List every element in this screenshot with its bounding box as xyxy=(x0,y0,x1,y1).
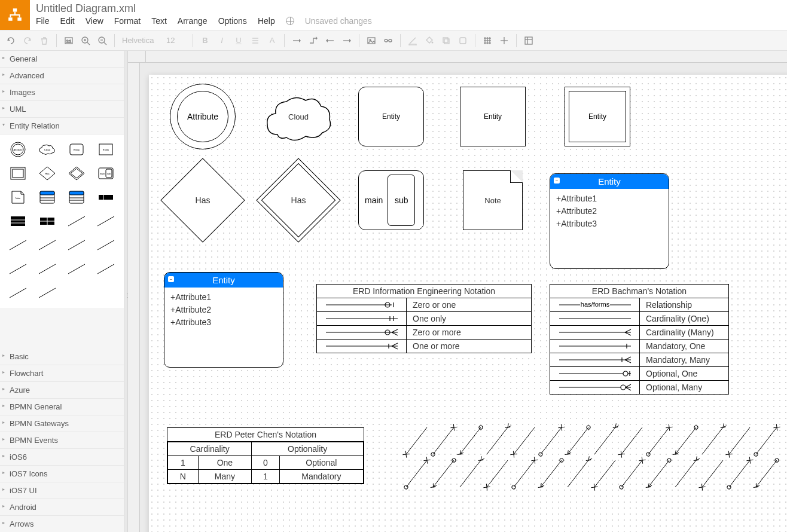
palette-general[interactable]: General xyxy=(0,51,124,68)
palette-ios6[interactable]: iOS6 xyxy=(0,449,124,466)
connection-button[interactable] xyxy=(289,33,304,48)
menu-help[interactable]: Help xyxy=(258,16,275,26)
layout-button[interactable] xyxy=(521,33,536,48)
palette-conn-12-icon[interactable] xyxy=(34,283,60,303)
shape-entity-table-1[interactable]: −Entity +Attribute1 +Attribute2 +Attribu… xyxy=(550,173,669,269)
palette-arrows[interactable]: Arrows xyxy=(0,516,124,532)
palette-cloud-icon[interactable]: Cloud xyxy=(34,139,60,160)
menu-format[interactable]: Format xyxy=(114,16,141,26)
shadow-button[interactable] xyxy=(439,33,453,48)
menu-arrange[interactable]: Arrange xyxy=(178,16,208,26)
menu-edit[interactable]: Edit xyxy=(60,16,75,26)
palette-conn-2-icon[interactable] xyxy=(93,211,119,231)
palette-conn-10-icon[interactable] xyxy=(93,259,119,279)
undo-button[interactable] xyxy=(4,33,18,48)
palette-bpmn-gateways[interactable]: BPMN Gateways xyxy=(0,415,124,432)
app-logo[interactable] xyxy=(0,0,30,30)
image-button[interactable] xyxy=(364,33,379,48)
palette-table-black-icon[interactable] xyxy=(5,211,30,231)
palette-azure[interactable]: Azure xyxy=(0,382,124,399)
redo-button[interactable] xyxy=(20,33,35,48)
font-color-button[interactable]: A xyxy=(265,33,279,48)
svg-rect-23 xyxy=(409,44,416,45)
font-size-input[interactable]: 12 xyxy=(164,35,188,46)
palette-entity-rounded-icon[interactable]: Entity xyxy=(64,139,90,160)
palette-note-icon[interactable]: Note xyxy=(5,187,30,207)
erd-chen-table[interactable]: ERD Peter Chen's Notation CardinalityOpt… xyxy=(167,427,364,484)
menu-view[interactable]: View xyxy=(86,16,103,26)
palette-basic[interactable]: Basic xyxy=(0,348,124,365)
palette-table-split-icon[interactable] xyxy=(34,211,60,231)
language-icon[interactable] xyxy=(286,17,294,25)
palette-conn-11-icon[interactable] xyxy=(5,283,30,303)
palette-conn-8-icon[interactable] xyxy=(34,259,60,279)
palette-entity-table-blue-icon[interactable] xyxy=(34,187,60,207)
palette-uml[interactable]: UML xyxy=(0,101,124,118)
bold-button[interactable]: B xyxy=(198,33,212,48)
palette-has-double-icon[interactable] xyxy=(64,163,90,184)
palette-ios7-icons[interactable]: iOS7 Icons xyxy=(0,466,124,482)
shape-entity-table-2[interactable]: −Entity +Attribute1 +Attribute2 +Attribu… xyxy=(164,272,283,368)
zoom-out-button[interactable] xyxy=(95,33,109,48)
palette-android[interactable]: Android xyxy=(0,499,124,516)
erd-ie-table[interactable]: ERD Information Engineering Notation Zer… xyxy=(316,284,532,353)
italic-button[interactable]: I xyxy=(215,33,229,48)
page[interactable]: Attribute Cloud Entity Entity Entity Has… xyxy=(149,75,787,532)
fill-color-button[interactable] xyxy=(422,33,437,48)
menu-options[interactable]: Options xyxy=(218,16,247,26)
palette-flowchart[interactable]: Flowchart xyxy=(0,365,124,382)
palette-has-icon[interactable]: Has xyxy=(34,163,60,184)
underline-button[interactable]: U xyxy=(231,33,246,48)
shape-mainsub[interactable]: main sub xyxy=(358,170,424,230)
shape-note[interactable]: Note xyxy=(463,170,523,230)
shape-has-double[interactable]: Has xyxy=(269,170,328,230)
palette-entity-icon[interactable]: Entity xyxy=(93,139,119,160)
document-title[interactable]: Untitled Diagram.xml xyxy=(36,2,372,15)
palette-entity-relation[interactable]: Entity Relation xyxy=(0,118,124,134)
connector-samples[interactable] xyxy=(400,424,787,498)
rounded-button[interactable] xyxy=(456,33,470,48)
palette-advanced[interactable]: Advanced xyxy=(0,68,124,84)
palette-images[interactable]: Images xyxy=(0,84,124,101)
canvas[interactable]: Attribute Cloud Entity Entity Entity Has… xyxy=(128,51,787,532)
zoom-in-button[interactable] xyxy=(78,33,93,48)
palette-conn-9-icon[interactable] xyxy=(64,259,90,279)
grid-button[interactable] xyxy=(480,33,495,48)
palette-conn-3-icon[interactable] xyxy=(5,235,30,255)
shape-entity-double[interactable]: Entity xyxy=(565,87,630,146)
palette-entity-double-icon[interactable] xyxy=(5,163,30,184)
arrow-end-button[interactable] xyxy=(340,33,354,48)
palette-bpmn-events[interactable]: BPMN Events xyxy=(0,432,124,449)
align-button[interactable] xyxy=(248,33,263,48)
shape-entity-box[interactable]: Entity xyxy=(460,87,526,146)
link-button[interactable] xyxy=(381,33,395,48)
palette-conn-1-icon[interactable] xyxy=(64,211,90,231)
shape-attribute-outer[interactable]: Attribute xyxy=(170,84,236,149)
palette-row-black-icon[interactable] xyxy=(93,187,119,207)
shape-has[interactable]: Has xyxy=(173,170,233,230)
arrow-start-button[interactable] xyxy=(323,33,337,48)
palette-attribute-icon[interactable]: Attribute xyxy=(5,139,30,160)
line-color-button[interactable] xyxy=(405,33,420,48)
menu-text[interactable]: Text xyxy=(151,16,167,26)
erd-bach-row: has/formsRelationship xyxy=(550,298,728,311)
menu-file[interactable]: File xyxy=(36,16,50,26)
waypoint-button[interactable] xyxy=(306,33,321,48)
palette-conn-6-icon[interactable] xyxy=(93,235,119,255)
shape-cloud[interactable]: Cloud xyxy=(263,90,334,143)
palette-mainsub-icon[interactable]: mainsub xyxy=(93,163,119,184)
guides-button[interactable] xyxy=(497,33,511,48)
palette-conn-5-icon[interactable] xyxy=(64,235,90,255)
shape-entity-rounded[interactable]: Entity xyxy=(358,87,424,146)
palette-entity-table2-icon[interactable] xyxy=(64,187,90,207)
erd-bachman-table[interactable]: ERD Bachman's Notation has/formsRelation… xyxy=(550,284,729,395)
palette-bpmn-general[interactable]: BPMN General xyxy=(0,399,124,415)
svg-rect-2 xyxy=(17,17,22,20)
delete-button[interactable] xyxy=(37,33,51,48)
font-select[interactable]: Helvetica xyxy=(120,35,161,46)
palette-conn-4-icon[interactable] xyxy=(34,235,60,255)
zoom-reset-button[interactable]: 1:1 xyxy=(62,33,76,48)
palette-ios7-ui[interactable]: iOS7 UI xyxy=(0,482,124,499)
ruler-corner xyxy=(128,51,146,63)
palette-conn-7-icon[interactable] xyxy=(5,259,30,279)
